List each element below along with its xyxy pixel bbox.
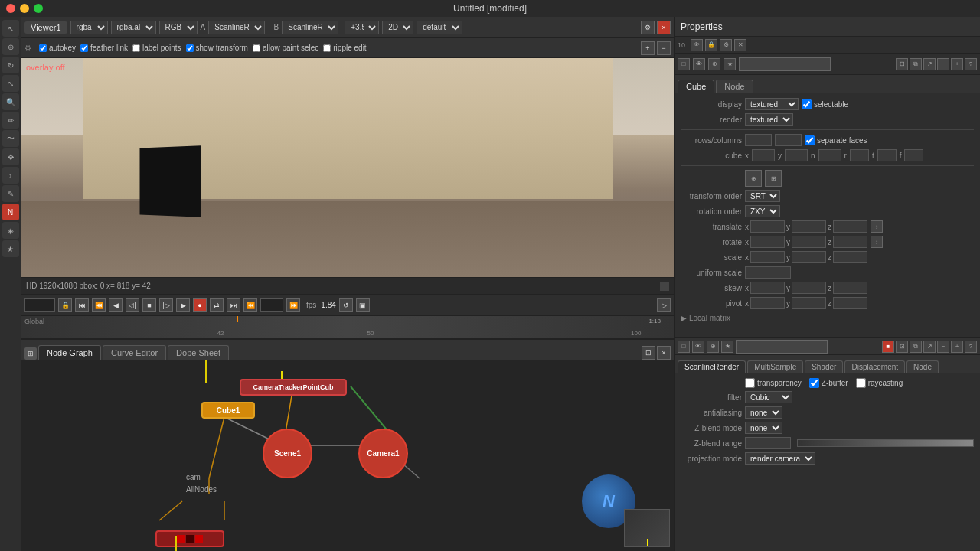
lut-select[interactable]: default (416, 21, 462, 34)
translate-anim-btn[interactable]: ↕ (871, 220, 883, 233)
b-input-select[interactable]: ScanlineR (282, 21, 338, 34)
sidebar-tool-zoom[interactable]: 🔍 (2, 93, 19, 110)
rotate-y[interactable]: 0 (792, 236, 826, 248)
cube-t[interactable]: 1 (877, 149, 897, 161)
label-points-checkbox-item[interactable]: label points (132, 44, 181, 52)
viewer-canvas[interactable]: overlay off (21, 58, 674, 277)
node-scene1[interactable]: Scene1 (263, 429, 312, 478)
sidebar-tool-arrow[interactable]: ↕ (2, 167, 19, 184)
window-controls[interactable] (6, 4, 43, 13)
rotation-order-select[interactable]: ZXY XYZ (745, 205, 780, 217)
playback-settings-btn[interactable]: ▷ (657, 298, 671, 312)
separate-faces-check[interactable]: separate faces (805, 135, 867, 145)
skew-z[interactable]: 0 (833, 282, 867, 294)
sidebar-tool-fx[interactable]: ★ (2, 240, 19, 257)
scanline-copy-btn[interactable]: ⧉ (910, 341, 922, 353)
node-float-btn[interactable]: ⊡ (642, 346, 655, 360)
a-input-select[interactable]: ScanlineR (208, 21, 265, 34)
prev-keyframe-btn[interactable]: ⏪ (92, 298, 106, 312)
tab-scanline-render[interactable]: ScanlineRender (678, 360, 746, 373)
ripple-edit-checkbox-item[interactable]: ripple edit (323, 44, 366, 52)
frame-marker-input[interactable]: 10 (260, 298, 283, 312)
filter-select[interactable]: Cubic Linear Nearest (745, 391, 792, 403)
sidebar-tool-3d[interactable]: ◈ (2, 222, 19, 239)
bounce-btn[interactable]: ⇄ (210, 298, 224, 312)
cube-r[interactable]: 1 (850, 149, 869, 161)
viewer-close-btn[interactable]: × (657, 21, 671, 34)
scanline-connect-btn[interactable]: ⊕ (707, 341, 719, 353)
z-blend-range-input[interactable]: 0.1 (745, 437, 791, 449)
transparency-check[interactable]: transparency (745, 378, 802, 388)
pivot-z[interactable]: 0 (833, 297, 867, 309)
transform-order-select[interactable]: SRT STR (745, 190, 780, 202)
viewer-scroll-btn[interactable] (660, 282, 669, 291)
show-transform-checkbox-item[interactable]: show transform (186, 44, 248, 52)
node-icon-btn[interactable]: □ (678, 58, 690, 70)
scale-y[interactable]: 1 (792, 251, 826, 263)
clip-btn[interactable]: ▣ (356, 298, 370, 312)
node-camera1[interactable]: Camera1 (358, 429, 408, 478)
autokey-checkbox-item[interactable]: autokey (39, 44, 76, 52)
sidebar-tool-rotate[interactable]: ↻ (2, 57, 19, 73)
timeline-bar[interactable]: Global 42 50 100 1:18 (21, 315, 674, 338)
feather-link-checkbox-item[interactable]: feather link (80, 44, 128, 52)
frame-input[interactable]: 49 (24, 298, 55, 312)
scanline-arrow-btn[interactable]: ↗ (923, 341, 936, 353)
cube-n[interactable]: 0 (818, 149, 841, 161)
translate-x[interactable]: 0 (750, 220, 785, 233)
node-plus-btn[interactable]: + (951, 58, 963, 70)
viewer-name[interactable]: Viewer1 (24, 21, 67, 34)
color-select[interactable]: RGB (159, 21, 198, 34)
scanline-expand-btn[interactable]: ■ (882, 341, 894, 353)
node-copy-btn[interactable]: ⧉ (910, 58, 922, 70)
tab-scanline-node[interactable]: Node (906, 360, 939, 373)
rotate-x[interactable]: 0 (750, 236, 785, 248)
play-back-btn[interactable]: ⏪ (243, 298, 257, 312)
node-canvas[interactable]: CameraTrackerPointCub Cube1 Scene1 Camer… (21, 360, 674, 551)
sidebar-tool-edit[interactable]: ✎ (2, 185, 19, 202)
z-buffer-checkbox[interactable] (809, 378, 819, 388)
tab-node[interactable]: Node (716, 80, 753, 93)
node-allnodes[interactable] (155, 530, 224, 547)
transform-icon-btn2[interactable]: ⊞ (765, 170, 782, 187)
loop-btn[interactable]: ↺ (339, 298, 353, 312)
scanline-plus-btn[interactable]: + (951, 341, 963, 353)
node-panel-icon[interactable]: ⊞ (24, 347, 37, 360)
pivot-y[interactable]: 0 (792, 297, 826, 309)
next-frame-btn[interactable]: ▶ (176, 298, 190, 312)
tab-dope-sheet[interactable]: Dope Sheet (168, 345, 229, 360)
z-blend-slider[interactable] (797, 439, 974, 447)
tab-curve-editor[interactable]: Curve Editor (103, 345, 166, 360)
node-help-btn[interactable]: ? (965, 58, 977, 70)
props-settings-btn[interactable]: ⚙ (720, 39, 732, 51)
cube-y[interactable]: 0 (785, 149, 808, 161)
translate-y[interactable]: 0 (792, 220, 826, 233)
props-x-btn[interactable]: ✕ (734, 39, 746, 51)
raycasting-check[interactable]: raycasting (856, 378, 903, 388)
play-fwd-btn[interactable]: ⏩ (286, 298, 300, 312)
props-lock-btn[interactable]: 🔒 (705, 39, 717, 51)
next-step-btn[interactable]: |▷ (159, 298, 173, 312)
rows-input[interactable]: 1 (745, 134, 772, 146)
gain-select[interactable]: +3.5 (345, 21, 379, 34)
transform-icon-btn1[interactable]: ⊕ (745, 170, 762, 187)
record-btn[interactable]: ● (193, 298, 207, 312)
sidebar-tool-move[interactable]: ⊕ (2, 38, 19, 55)
channels-select[interactable]: rgba (70, 21, 108, 34)
allow-paint-checkbox[interactable] (253, 44, 260, 52)
scale-x[interactable]: 1 (750, 251, 785, 263)
node-eye-btn[interactable]: 👁 (693, 58, 705, 70)
separate-faces-checkbox[interactable] (805, 135, 815, 145)
rotate-anim-btn[interactable]: ↕ (871, 236, 883, 248)
node-connect-btn[interactable]: ⊕ (708, 58, 720, 70)
z-blend-mode-select[interactable]: none (745, 422, 782, 434)
scanline-star-btn[interactable]: ★ (721, 341, 733, 353)
stop-btn[interactable]: ■ (142, 298, 156, 312)
node-arrow-btn[interactable]: ↗ (923, 58, 936, 70)
antialiasing-select[interactable]: none (745, 406, 782, 419)
tab-node-graph[interactable]: Node Graph (38, 345, 101, 360)
autokey-checkbox[interactable] (39, 44, 47, 52)
local-matrix-toggle[interactable]: ▶ Local matrix (681, 312, 974, 324)
ripple-edit-checkbox[interactable] (323, 44, 331, 52)
skew-x[interactable]: 0 (750, 282, 785, 294)
